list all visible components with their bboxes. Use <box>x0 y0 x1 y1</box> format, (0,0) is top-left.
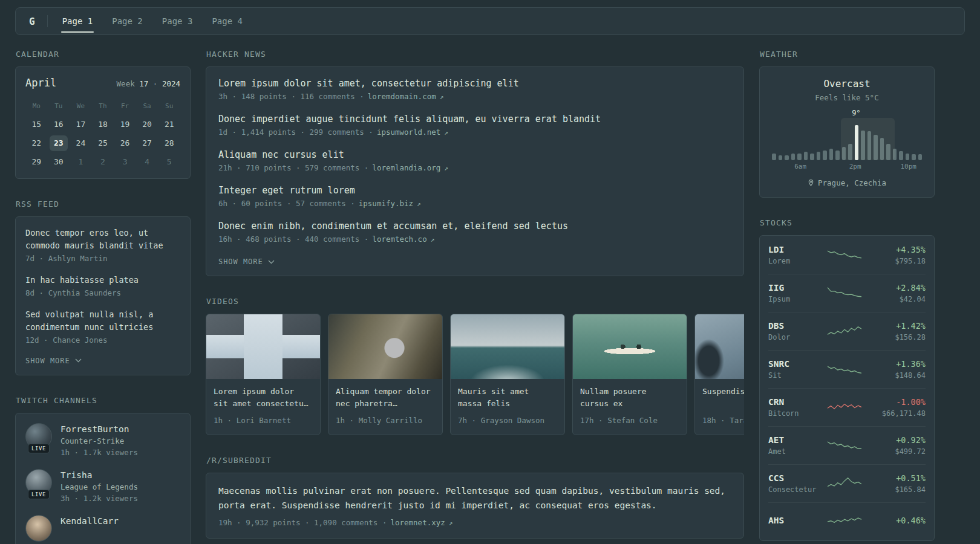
video-card[interactable]: Lorem ipsum dolor sit amet consectetu… 1… <box>206 314 321 435</box>
weather-bar <box>899 151 903 160</box>
weather-bar <box>842 147 846 160</box>
stock-row[interactable]: AHS +0.46% <box>768 502 926 540</box>
hacker-news-widget: HACKER NEWS Lorem ipsum dolor sit amet, … <box>206 50 744 276</box>
stock-price: $66,171.48 <box>867 409 926 418</box>
stock-sparkline <box>822 474 867 493</box>
stock-sparkline <box>822 436 867 455</box>
hn-item-title[interactable]: Lorem ipsum dolor sit amet, consectetur … <box>218 78 731 89</box>
calendar-weekday-row: Mo Tu We Th Fr Sa Su <box>25 99 180 115</box>
page-tab[interactable]: Page 3 <box>162 8 193 34</box>
page-tab[interactable]: Page 2 <box>112 8 143 34</box>
page-tab[interactable]: Page 4 <box>212 8 243 34</box>
stock-row[interactable]: DBS Dolor +1.42% $156.28 <box>768 312 926 350</box>
weather-bar <box>893 149 897 160</box>
stock-symbol: CRN <box>768 397 822 407</box>
twitch-channel-row[interactable]: LIVE Trisha League of Legends 3h · 1.2k … <box>25 469 180 503</box>
calendar-year: 2024 <box>162 79 180 88</box>
stock-row[interactable]: IIG Ipsum +2.84% $42.04 <box>768 274 926 312</box>
stock-row[interactable]: LDI Lorem +4.35% $795.18 <box>768 236 926 274</box>
twitch-channel-name[interactable]: Trisha <box>60 469 138 480</box>
stock-row[interactable]: CRN Bitcorn -1.00% $66,171.48 <box>768 388 926 426</box>
peak-temperature-label: 9° <box>852 109 860 117</box>
twitch-channel-name[interactable]: ForrestBurton <box>60 423 138 434</box>
external-link-icon: ↗ <box>417 200 421 208</box>
hn-item-title[interactable]: Integer eget rutrum lorem <box>218 185 731 196</box>
weather-section-title: WEATHER <box>760 50 935 59</box>
hn-show-more-button[interactable]: SHOW MORE <box>218 257 275 266</box>
subreddit-post-card[interactable]: Maecenas mollis pulvinar erat non posuer… <box>206 473 744 539</box>
week-label: Week <box>117 79 135 88</box>
hn-item-title[interactable]: Donec enim nibh, condimentum et accumsan… <box>218 221 731 232</box>
middle-column: HACKER NEWS Lorem ipsum dolor sit amet, … <box>206 50 744 544</box>
stocks-card: LDI Lorem +4.35% $795.18 IIG Ipsum <box>759 235 935 541</box>
hn-item-title[interactable]: Aliquam nec cursus elit <box>218 149 731 160</box>
video-card[interactable]: Mauris sit amet massa felis 7h · Grayson… <box>450 314 565 435</box>
calendar-day: 26 <box>114 134 136 152</box>
weather-bar <box>810 154 814 160</box>
stock-price: $156.28 <box>867 333 926 342</box>
hn-item-meta: 21h · 710 points · 579 comments · loreml… <box>218 163 731 172</box>
subreddit-domain-link[interactable]: loremnet.xyz <box>390 518 445 527</box>
time-label: 10pm <box>900 163 916 170</box>
stock-identity: CRN Bitcorn <box>768 397 822 418</box>
subreddit-post-text[interactable]: Maecenas mollis pulvinar erat non posuer… <box>218 484 731 513</box>
weather-hourly-chart: 9° <box>772 111 922 171</box>
subreddit-widget: /R/SUBREDDIT Maecenas mollis pulvinar er… <box>206 456 744 539</box>
stock-name: Bitcorn <box>768 409 822 418</box>
hn-item-meta: 6h · 60 points · 57 comments · ipsumify.… <box>218 199 731 208</box>
stock-price: $42.04 <box>867 295 926 303</box>
video-card[interactable]: Nullam posuere cursus ex 17h · Stefan Co… <box>572 314 687 435</box>
rss-item-title[interactable]: Sed volutpat nulla nisl, a condimentum n… <box>25 308 180 334</box>
hn-domain-link[interactable]: ipsumworld.net <box>377 128 440 137</box>
hn-item: Donec imperdiet augue tincidunt felis al… <box>218 114 731 137</box>
weather-bar <box>906 154 910 160</box>
weather-feels-like: Feels like 5°C <box>771 93 923 102</box>
hn-list: Lorem ipsum dolor sit amet, consectetur … <box>218 78 731 244</box>
stock-price: $499.72 <box>867 447 926 456</box>
subreddit-section-title: /R/SUBREDDIT <box>206 456 744 465</box>
stock-row[interactable]: SNRC Sit +1.36% $148.64 <box>768 350 926 388</box>
rss-item-title[interactable]: In hac habitasse platea <box>25 274 180 287</box>
hn-section-title: HACKER NEWS <box>206 50 744 59</box>
stock-sparkline <box>822 322 867 340</box>
calendar-day: 18 <box>92 115 114 134</box>
video-thumbnail <box>328 314 442 379</box>
calendar-widget: CALENDAR April Week 17 · 2024 Mo <box>15 50 191 179</box>
video-meta: 1h · Lori Barnett <box>206 410 320 425</box>
calendar-day: 28 <box>158 134 180 152</box>
stock-change: +2.84% <box>867 283 926 293</box>
page-tab[interactable]: Page 1 <box>62 8 93 34</box>
calendar-day: 5 <box>158 152 180 171</box>
stock-values: +0.51% $165.84 <box>867 473 926 494</box>
hn-domain-link[interactable]: loremtech.co <box>372 235 426 244</box>
stock-row[interactable]: AET Amet +0.92% $499.72 <box>768 426 926 464</box>
hn-card: Lorem ipsum dolor sit amet, consectetur … <box>206 66 744 276</box>
weather-bar <box>797 154 802 160</box>
hn-meta-text: 21h · 710 points · 579 comments · <box>218 163 368 172</box>
rss-item: Sed volutpat nulla nisl, a condimentum n… <box>25 308 180 345</box>
rss-show-more-button[interactable]: SHOW MORE <box>25 357 82 365</box>
twitch-channel-name[interactable]: KendallCarr <box>60 515 119 526</box>
rss-item-meta: 7d · Ashlyn Martin <box>25 254 180 263</box>
twitch-channel-row[interactable]: LIVE ForrestBurton Counter-Strike 1h · 1… <box>25 423 180 457</box>
weather-bar <box>772 154 776 160</box>
twitch-channel-row[interactable]: KendallCarr <box>25 515 180 542</box>
hn-item-title[interactable]: Donec imperdiet augue tincidunt felis al… <box>218 114 731 125</box>
weather-time-labels: 6am 2pm 10pm <box>772 163 922 171</box>
stock-change: +4.35% <box>867 245 926 254</box>
hn-domain-link[interactable]: loremdomain.com <box>368 92 436 101</box>
stock-values: +2.84% $42.04 <box>867 283 926 303</box>
video-card[interactable]: Aliquam tempor dolor nec pharetra… 1h · … <box>328 314 443 435</box>
video-card[interactable]: Suspendisse diam 18h · Tara <box>694 314 744 435</box>
stock-row[interactable]: CCS Consectetur +0.51% $165.84 <box>768 464 926 502</box>
stock-name: Ipsum <box>768 295 822 303</box>
stock-identity: DBS Dolor <box>768 321 822 342</box>
rss-item-meta: 12d · Chance Jones <box>25 335 180 345</box>
hn-domain-link[interactable]: loremlandia.org <box>372 163 440 172</box>
weather-card: Overcast Feels like 5°C 9° <box>759 66 935 198</box>
hn-domain-link[interactable]: ipsumify.biz <box>359 199 413 208</box>
rss-card: Donec tempor eros leo, ut commodo mauris… <box>15 216 191 375</box>
calendar-day: 16 <box>48 115 70 134</box>
right-column: WEATHER Overcast Feels like 5°C 9° <box>759 50 935 544</box>
rss-item-title[interactable]: Donec tempor eros leo, ut commodo mauris… <box>25 227 180 252</box>
